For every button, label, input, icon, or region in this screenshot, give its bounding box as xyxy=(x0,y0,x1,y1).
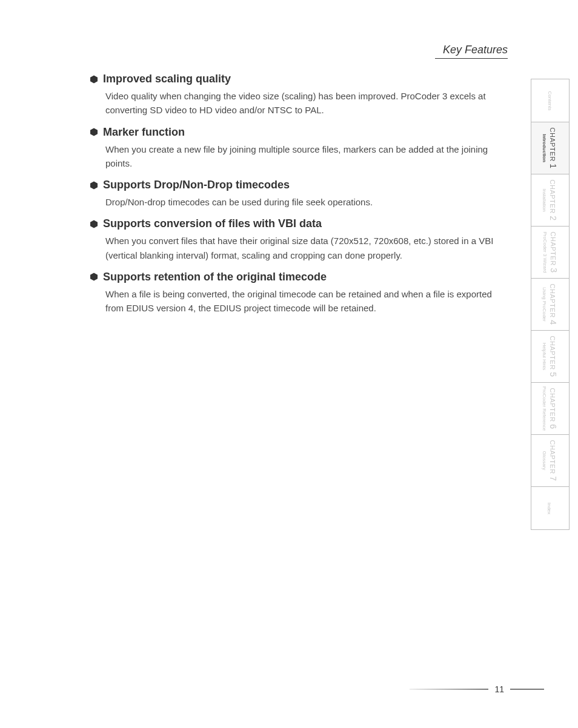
section-title: Supports conversion of files with VBI da… xyxy=(103,217,322,230)
section-heading: Marker function xyxy=(90,126,508,139)
hexagon-bullet-icon xyxy=(90,273,98,281)
svg-marker-3 xyxy=(90,220,98,228)
section-title: Supports retention of the original timec… xyxy=(103,271,327,283)
tab-inner: CHAPTER 6ProCoder Reference xyxy=(542,386,559,431)
section-heading: Supports Drop/Non-Drop timecodes xyxy=(90,179,508,191)
hexagon-bullet-icon xyxy=(90,181,98,190)
tab-inner: CHAPTER 7Glossary xyxy=(542,440,559,481)
section-heading: Supports retention of the original timec… xyxy=(90,271,508,283)
tab-inner: CHAPTER 2Installation xyxy=(542,180,559,221)
svg-marker-4 xyxy=(90,273,98,281)
tab-inner: CHAPTER 4Using ProCoder xyxy=(542,284,559,325)
tab-chapter-label: CHAPTER 4 xyxy=(549,284,559,325)
feature-section: Supports retention of the original timec… xyxy=(90,271,508,316)
tab-subtitle: Using ProCoder xyxy=(542,287,548,322)
section-body: Drop/Non-drop timecodes can be used duri… xyxy=(105,195,508,209)
side-tab[interactable]: CHAPTER 3ProCoder 3 Wizard xyxy=(531,227,569,279)
tab-chapter-label: CHAPTER 1 xyxy=(549,128,559,169)
tab-chapter-label: CHAPTER 3 xyxy=(549,232,559,273)
side-tab[interactable]: CHAPTER 4Using ProCoder xyxy=(531,279,569,331)
svg-marker-0 xyxy=(90,75,98,83)
feature-section: Improved scaling qualityVideo quality wh… xyxy=(90,73,508,117)
page-number: 11 xyxy=(494,684,504,694)
tab-subtitle: Introduction xyxy=(542,134,548,162)
tab-inner: Index xyxy=(546,502,553,514)
main-content: Improved scaling qualityVideo quality wh… xyxy=(90,73,508,323)
side-tabs: ContentsCHAPTER 1IntroductionCHAPTER 2In… xyxy=(531,79,570,530)
tab-chapter-label: CHAPTER 6 xyxy=(549,388,559,429)
page-footer: 11 xyxy=(410,684,544,694)
svg-marker-1 xyxy=(90,128,98,136)
hexagon-bullet-icon xyxy=(90,75,98,84)
side-tab[interactable]: CHAPTER 1Introduction xyxy=(531,122,569,174)
hexagon-bullet-icon xyxy=(90,220,98,228)
side-tab[interactable]: CHAPTER 6ProCoder Reference xyxy=(531,383,569,435)
feature-section: Supports Drop/Non-Drop timecodesDrop/Non… xyxy=(90,179,508,209)
section-body: When you convert files that have their o… xyxy=(105,234,508,262)
tab-chapter-label: CHAPTER 7 xyxy=(549,440,559,481)
tab-subtitle: Contents xyxy=(547,91,553,110)
side-tab[interactable]: CHAPTER 2Installation xyxy=(531,174,569,227)
feature-section: Supports conversion of files with VBI da… xyxy=(90,217,508,262)
tab-chapter-label: CHAPTER 5 xyxy=(549,336,559,377)
section-heading: Supports conversion of files with VBI da… xyxy=(90,217,508,230)
tab-subtitle: ProCoder 3 Wizard xyxy=(542,231,548,273)
svg-marker-2 xyxy=(90,181,98,189)
section-body: When you create a new file by joining mu… xyxy=(105,142,508,171)
section-title: Marker function xyxy=(103,126,185,139)
tab-subtitle: Helpful Hints xyxy=(542,343,548,370)
section-heading: Improved scaling quality xyxy=(90,73,508,85)
tab-inner: CHAPTER 1Introduction xyxy=(542,128,559,169)
tab-inner: CHAPTER 3ProCoder 3 Wizard xyxy=(542,231,559,273)
document-page: Key Features Improved scaling qualityVid… xyxy=(0,0,578,728)
tab-subtitle: Index xyxy=(546,502,552,514)
header-underline xyxy=(435,58,508,59)
tab-subtitle: ProCoder Reference xyxy=(542,386,548,431)
footer-rule-left xyxy=(410,689,488,690)
side-tab[interactable]: Contents xyxy=(531,79,569,122)
tab-subtitle: Glossary xyxy=(542,451,548,471)
feature-section: Marker functionWhen you create a new fil… xyxy=(90,126,508,171)
side-tab[interactable]: CHAPTER 5Helpful Hints xyxy=(531,331,569,383)
footer-rule-right xyxy=(510,689,544,690)
tab-chapter-label: CHAPTER 2 xyxy=(549,180,559,221)
side-tab[interactable]: Index xyxy=(531,487,569,530)
section-title: Improved scaling quality xyxy=(103,73,231,85)
section-body: When a file is being converted, the orig… xyxy=(105,287,508,316)
side-tab[interactable]: CHAPTER 7Glossary xyxy=(531,435,569,487)
tab-subtitle: Installation xyxy=(542,188,548,211)
section-title: Supports Drop/Non-Drop timecodes xyxy=(103,179,290,191)
tab-inner: CHAPTER 5Helpful Hints xyxy=(542,336,559,377)
section-body: Video quality when changing the video si… xyxy=(105,89,508,117)
hexagon-bullet-icon xyxy=(90,128,98,136)
page-header-title: Key Features xyxy=(443,44,508,56)
tab-inner: Contents xyxy=(547,91,554,110)
